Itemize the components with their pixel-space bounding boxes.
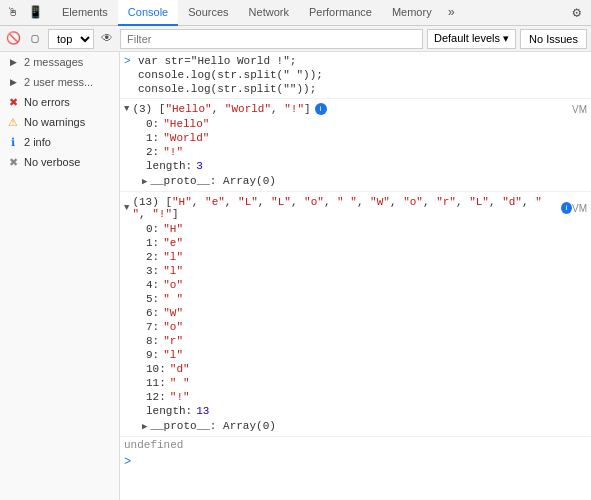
sidebar-item-info[interactable]: ℹ 2 info [0,132,119,152]
tab-console[interactable]: Console [118,0,178,26]
index-label: 10: [146,363,166,375]
entry-value: "o" [163,321,183,333]
entry-value: "W" [163,307,183,319]
array1-header[interactable]: ▼ (3) ["Hello", "World", "!"] i VM [120,101,591,117]
index-label: 1: [146,237,159,249]
prompt-icon-3 [124,83,134,95]
eye-icon[interactable]: 👁 [98,30,116,48]
caret-icon: > [124,455,131,469]
toggle-icon[interactable]: ▢ [26,30,44,48]
index-label: 7: [146,321,159,333]
entry-value: " " [163,293,183,305]
error-icon: ✖ [6,95,20,109]
array2-proto[interactable]: ▶ __proto__: Array(0) [120,418,591,434]
array1-proto[interactable]: ▶ __proto__: Array(0) [120,173,591,189]
array2-entry-6: 6: "W" [142,306,591,320]
tab-icon-group: 🖱 📱 [4,4,44,22]
info-icon: ℹ [6,135,20,149]
prompt-icon-2 [124,69,134,81]
entry-value: "Hello" [163,118,209,130]
array1-length: length: 3 [142,159,591,173]
default-levels-button[interactable]: Default levels ▾ [427,29,516,49]
array2-block: ▼ (13) ["H", "e", "L", "L", "o", " ", "W… [120,192,591,437]
array2-vm-tag: VM [572,203,587,214]
no-issues-button[interactable]: No Issues [520,29,587,49]
array1-entry-2: 2: "!" [142,145,591,159]
code-line-2: console.log(str.split(" ")); [120,68,591,82]
sidebar-item-verbose[interactable]: ✖ No verbose [0,152,119,172]
input-prompt[interactable]: > [120,453,591,471]
tab-sources[interactable]: Sources [178,0,238,26]
tab-bar: 🖱 📱 Elements Console Sources Network Per… [0,0,591,26]
code-line-3: console.log(str.split("")); [120,82,591,96]
tab-elements[interactable]: Elements [52,0,118,26]
tab-memory[interactable]: Memory [382,0,442,26]
index-label: 2: [146,146,159,158]
tab-network[interactable]: Network [239,0,299,26]
index-label: 1: [146,132,159,144]
array2-header[interactable]: ▼ (13) ["H", "e", "L", "L", "o", " ", "W… [120,194,591,222]
array1-entry-1: 1: "World" [142,131,591,145]
array2-length: length: 13 [142,404,591,418]
array2-entry-3: 3: "l" [142,264,591,278]
entry-value: "r" [163,335,183,347]
index-label: 6: [146,307,159,319]
sidebar-item-user-messages[interactable]: ▶ 2 user mess... [0,72,119,92]
mobile-icon[interactable]: 📱 [26,4,44,22]
filter-input[interactable] [120,29,423,49]
entry-value: "!" [163,146,183,158]
sidebar-item-errors[interactable]: ✖ No errors [0,92,119,112]
array1-vm-tag: VM [572,104,587,115]
array1-entry-0: 0: "Hello" [142,117,591,131]
console-output: > var str="Hello World !"; console.log(s… [120,52,591,500]
index-label: 5: [146,293,159,305]
user-messages-label: 2 user mess... [24,76,113,88]
array2-entry-8: 8: "r" [142,334,591,348]
arrow-icon: ▶ [6,55,20,69]
arrow-icon-2: ▶ [6,75,20,89]
verbose-label: No verbose [24,156,113,168]
index-label: 11: [146,377,166,389]
array2-triangle[interactable]: ▼ [124,203,129,213]
errors-label: No errors [24,96,113,108]
array2-entry-12: 12: "!" [142,390,591,404]
array2-entry-0: 0: "H" [142,222,591,236]
clear-console-icon[interactable]: 🚫 [4,30,22,48]
verbose-icon: ✖ [6,155,20,169]
proto2-triangle[interactable]: ▶ [142,421,147,432]
context-select[interactable]: top [48,29,94,49]
entry-value: "o" [163,279,183,291]
array2-entry-5: 5: " " [142,292,591,306]
code-text-2: console.log(str.split(" ")); [138,69,323,81]
more-tabs-button[interactable]: » [442,4,461,22]
array2-entry-11: 11: " " [142,376,591,390]
array1-entries: 0: "Hello" 1: "World" 2: "!" length: 3 [120,117,591,173]
entry-value: "H" [163,223,183,235]
index-label: 0: [146,118,159,130]
length-label: length: [146,160,192,172]
warning-icon: ⚠ [6,115,20,129]
array1-triangle[interactable]: ▼ [124,104,129,114]
index-label: 4: [146,279,159,291]
array1-block: ▼ (3) ["Hello", "World", "!"] i VM 0: "H… [120,99,591,192]
index-label: 8: [146,335,159,347]
tab-performance[interactable]: Performance [299,0,382,26]
entry-value: "d" [170,363,190,375]
index-label: 0: [146,223,159,235]
undefined-output: undefined [120,437,591,453]
code-line-1: > var str="Hello World !"; [120,54,591,68]
entry-value: "l" [163,251,183,263]
array2-entry-4: 4: "o" [142,278,591,292]
sidebar-item-messages[interactable]: ▶ 2 messages [0,52,119,72]
settings-icon[interactable]: ⚙ [567,4,587,21]
proto1-text: __proto__: Array(0) [150,175,275,187]
index-label: 9: [146,349,159,361]
proto2-text: __proto__: Array(0) [150,420,275,432]
console-toolbar: 🚫 ▢ top 👁 Default levels ▾ No Issues [0,26,591,52]
main-layout: ▶ 2 messages ▶ 2 user mess... ✖ No error… [0,52,591,500]
sidebar-item-warnings[interactable]: ⚠ No warnings [0,112,119,132]
inspect-icon[interactable]: 🖱 [4,4,22,22]
proto1-triangle[interactable]: ▶ [142,176,147,187]
array2-entry-2: 2: "l" [142,250,591,264]
entry-value: "l" [163,349,183,361]
